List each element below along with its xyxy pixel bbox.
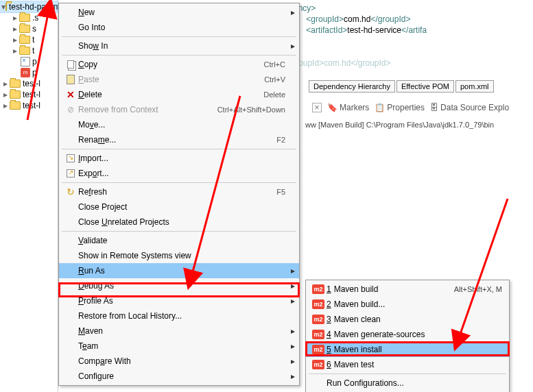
tree-root[interactable]: ▾ test-hd-parent [0, 1, 58, 12]
chevron-right-icon: ▸ [11, 24, 19, 34]
folder-icon [10, 101, 21, 110]
tree-item[interactable]: ▸.s [0, 12, 58, 23]
refresh-icon: ↻ [67, 186, 75, 197]
tree-item[interactable]: ▸s [0, 23, 58, 34]
menu-delete[interactable]: ✕DeleteDelete [59, 87, 299, 102]
submenu-maven-generate-sources[interactable]: m24Maven generate-sources [306, 327, 509, 342]
menu-show-in[interactable]: Show In▸ [59, 38, 299, 53]
submenu-maven-build[interactable]: m21Maven buildAlt+Shift+X, M [306, 282, 509, 297]
menu-configure[interactable]: Configure▸ [59, 369, 299, 384]
menu-separator [62, 55, 296, 56]
tab-effective-pom[interactable]: Effective POM [396, 80, 454, 93]
submenu-arrow-icon: ▸ [291, 356, 295, 366]
views-tab-bar: × 🔖Markers 📋Properties 🗄Data Source Expl… [312, 103, 533, 112]
tree-label: test-l [23, 101, 40, 110]
tree-label: test-l [23, 79, 40, 88]
menu-import[interactable]: Import... [59, 151, 299, 166]
submenu-arrow-icon: ▸ [291, 266, 295, 275]
submenu-arrow-icon: ▸ [291, 296, 295, 306]
remove-context-icon: ⊘ [67, 105, 74, 114]
delete-icon: ✕ [67, 90, 75, 99]
menu-profile-as[interactable]: Profile As▸ [59, 293, 299, 308]
console-output: ww [Maven Build] C:\Program Files\Java\j… [305, 121, 494, 129]
tree-item[interactable]: ▸test-l [0, 89, 58, 100]
menu-validate[interactable]: Validate [59, 233, 299, 248]
folder-icon [19, 47, 30, 55]
menu-copy[interactable]: CopyCtrl+C [59, 57, 299, 72]
copy-icon [67, 60, 74, 69]
menu-run-as[interactable]: Run As▸ [59, 263, 299, 278]
tree-label: p [32, 57, 37, 66]
properties-icon: 📋 [375, 103, 385, 112]
menu-close-project[interactable]: Close Project [59, 199, 299, 215]
run-as-submenu: m21Maven buildAlt+Shift+X, M m22Maven bu… [305, 280, 510, 392]
submenu-run-configurations[interactable]: Run Configurations... [306, 376, 509, 391]
submenu-maven-clean[interactable]: m23Maven clean [306, 312, 509, 327]
m2-icon: m2 [312, 330, 324, 339]
menu-refresh[interactable]: ↻RefreshF5 [59, 184, 299, 199]
menu-remove-context[interactable]: ⊘Remove from ContextCtrl+Alt+Shift+Down [59, 102, 299, 117]
tab-pomxml[interactable]: pom.xml [455, 80, 494, 93]
submenu-maven-install[interactable]: m25Maven install [306, 342, 509, 357]
tree-item[interactable]: ▸t [0, 34, 58, 45]
menu-move[interactable]: Move... [59, 117, 299, 132]
tree-label: .s [32, 13, 38, 23]
datasource-icon: 🗄 [430, 103, 438, 112]
menu-paste[interactable]: PasteCtrl+V [59, 72, 299, 87]
menu-new[interactable]: New▸ [59, 5, 299, 20]
menu-restore-history[interactable]: Restore from Local History... [59, 308, 299, 323]
close-icon[interactable]: × [312, 103, 322, 112]
menu-rename[interactable]: Rename...F2 [59, 132, 299, 147]
menu-show-remote[interactable]: Show in Remote Systems view [59, 248, 299, 263]
menu-separator [62, 36, 296, 37]
folder-icon [19, 25, 30, 33]
menu-close-unrelated[interactable]: Close Unrelated Projects [59, 215, 299, 230]
submenu-arrow-icon: ▸ [291, 326, 295, 336]
folder-icon [10, 79, 21, 88]
chevron-right-icon: ▸ [11, 46, 19, 56]
menu-maven[interactable]: Maven▸ [59, 323, 299, 339]
menu-compare-with[interactable]: Compare With▸ [59, 354, 299, 369]
submenu-maven-build-dots[interactable]: m22Maven build... [306, 297, 509, 312]
folder-icon [19, 36, 30, 44]
import-icon [67, 154, 75, 162]
submenu-arrow-icon: ▸ [291, 281, 295, 291]
menu-export[interactable]: Export... [59, 166, 299, 181]
editor-tab-bar: Dependency Hierarchy Effective POM pom.x… [309, 80, 494, 93]
chevron-right-icon: ▸ [11, 13, 19, 23]
tab-properties[interactable]: 📋Properties [375, 103, 425, 112]
menu-team[interactable]: Team▸ [59, 339, 299, 354]
menu-separator [62, 149, 296, 149]
tree-item[interactable]: ▸test-l [0, 78, 58, 89]
context-menu: New▸ Go Into Show In▸ CopyCtrl+C PasteCt… [58, 3, 300, 386]
chevron-right-icon: ▸ [1, 101, 10, 110]
markers-icon: 🔖 [327, 103, 337, 112]
submenu-arrow-icon: ▸ [291, 41, 295, 51]
submenu-maven-test[interactable]: m26Maven test [306, 357, 509, 372]
m2-icon: m [21, 68, 30, 77]
tab-datasource[interactable]: 🗄Data Source Explo [430, 103, 509, 112]
menu-separator [309, 373, 506, 374]
project-tree[interactable]: ▾ test-hd-parent ▸.s ▸s ▸t ▸t p mp ▸test… [0, 0, 58, 392]
tab-dependency-hierarchy[interactable]: Dependency Hierarchy [309, 80, 395, 93]
folder-icon [19, 14, 30, 22]
m2-icon: m2 [312, 360, 324, 369]
tab-markers[interactable]: 🔖Markers [327, 103, 369, 112]
chevron-right-icon: ▸ [11, 35, 19, 45]
folder-icon [5, 3, 7, 11]
tree-item[interactable]: ▸t [0, 45, 58, 56]
folder-icon [10, 90, 21, 99]
menu-separator [62, 231, 296, 232]
tree-item[interactable]: mp [0, 67, 58, 78]
submenu-arrow-icon: ▸ [291, 371, 295, 381]
tree-label: test-l [23, 90, 40, 99]
chevron-right-icon: ▸ [1, 79, 10, 88]
menu-separator [62, 182, 296, 183]
tree-label: t [32, 35, 34, 45]
tree-item[interactable]: p [0, 56, 58, 67]
tree-item[interactable]: ▸test-l [0, 100, 58, 111]
menu-go-into[interactable]: Go Into [59, 20, 299, 35]
m2-icon: m2 [312, 284, 324, 294]
menu-debug-as[interactable]: Debug As▸ [59, 278, 299, 293]
tree-label: s [32, 24, 36, 34]
